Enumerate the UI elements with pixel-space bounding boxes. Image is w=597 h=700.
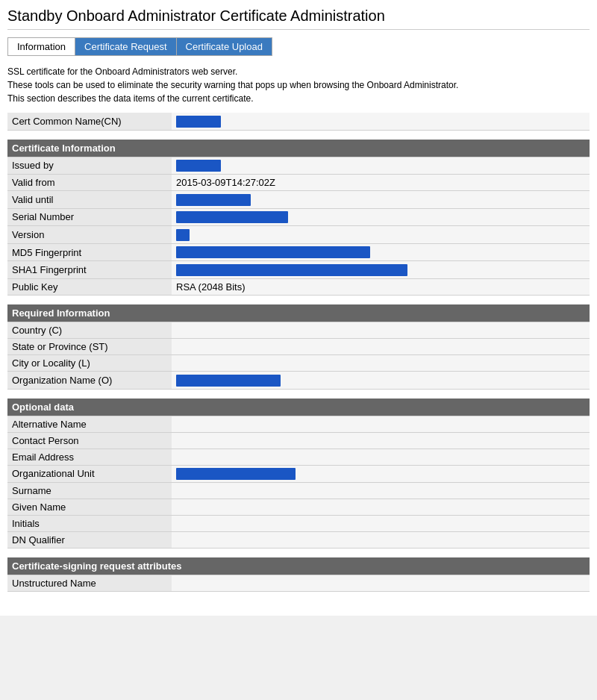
version-label: Version (7, 226, 172, 244)
valid-until-value (172, 191, 590, 209)
required-info-table: Required Information Country (C) State o… (7, 304, 590, 390)
org-unit-label: Organizational Unit (7, 465, 172, 483)
md5-fingerprint-value (172, 243, 590, 261)
csr-attributes-header: Certificate-signing request attributes (7, 557, 590, 575)
surname-label: Surname (7, 483, 172, 499)
contact-person-label: Contact Person (7, 432, 172, 449)
org-name-bar (176, 375, 281, 387)
certificate-info-header: Certificate Information (7, 140, 590, 157)
cert-cn-bar (176, 116, 221, 128)
valid-until-label: Valid until (7, 191, 172, 209)
optional-data-table: Optional data Alternative Name Contact P… (7, 399, 590, 549)
version-value (172, 226, 590, 244)
sha1-fingerprint-value (172, 261, 590, 279)
alt-name-label: Alternative Name (7, 416, 172, 432)
issued-by-label: Issued by (7, 157, 172, 175)
sha1-fingerprint-label: SHA1 Fingerprint (7, 261, 172, 279)
org-name-label: Organization Name (O) (7, 371, 172, 389)
unstructured-name-label: Unstructured Name (7, 575, 172, 592)
optional-data-header: Optional data (7, 399, 590, 416)
country-value (172, 322, 590, 338)
country-label: Country (C) (7, 322, 172, 338)
tab-certificate-upload[interactable]: Certificate Upload (177, 38, 272, 55)
org-unit-bar (176, 468, 296, 480)
cert-cn-label: Cert Common Name(CN) (7, 113, 172, 130)
tab-information[interactable]: Information (8, 38, 75, 55)
page-title: Standby Onboard Administrator Certificat… (7, 7, 590, 30)
public-key-value: RSA (2048 Bits) (172, 278, 590, 295)
cert-cn-value (172, 113, 590, 130)
tab-certificate-request[interactable]: Certificate Request (75, 38, 177, 55)
city-value (172, 354, 590, 371)
contact-person-value (172, 432, 590, 449)
dn-qualifier-label: DN Qualifier (7, 532, 172, 549)
valid-from-value: 2015-03-09T14:27:02Z (172, 175, 590, 191)
description: SSL certificate for the Onboard Administ… (7, 65, 590, 105)
given-name-label: Given Name (7, 499, 172, 516)
dn-qualifier-value (172, 532, 590, 549)
version-bar (176, 229, 190, 241)
email-address-value (172, 449, 590, 465)
md5-fingerprint-label: MD5 Fingerprint (7, 243, 172, 261)
csr-attributes-table: Certificate-signing request attributes U… (7, 557, 590, 592)
given-name-value (172, 499, 590, 516)
serial-number-value (172, 208, 590, 226)
sha1-bar (176, 264, 407, 276)
serial-number-bar (176, 211, 288, 223)
surname-value (172, 483, 590, 499)
unstructured-name-value (172, 575, 590, 592)
alt-name-value (172, 416, 590, 432)
valid-from-label: Valid from (7, 175, 172, 191)
cert-common-name-table: Cert Common Name(CN) (7, 113, 590, 131)
issued-by-bar (176, 160, 221, 172)
initials-value (172, 516, 590, 532)
certificate-info-table: Certificate Information Issued by Valid … (7, 140, 590, 296)
initials-label: Initials (7, 516, 172, 532)
org-unit-value (172, 465, 590, 483)
valid-until-bar (176, 194, 251, 206)
tab-bar: Information Certificate Request Certific… (7, 37, 272, 56)
email-address-label: Email Address (7, 449, 172, 465)
md5-bar (176, 246, 370, 258)
state-label: State or Province (ST) (7, 338, 172, 354)
serial-number-label: Serial Number (7, 208, 172, 226)
required-info-header: Required Information (7, 304, 590, 322)
city-label: City or Locality (L) (7, 354, 172, 371)
state-value (172, 338, 590, 354)
org-name-value (172, 371, 590, 389)
issued-by-value (172, 157, 590, 175)
public-key-label: Public Key (7, 278, 172, 295)
